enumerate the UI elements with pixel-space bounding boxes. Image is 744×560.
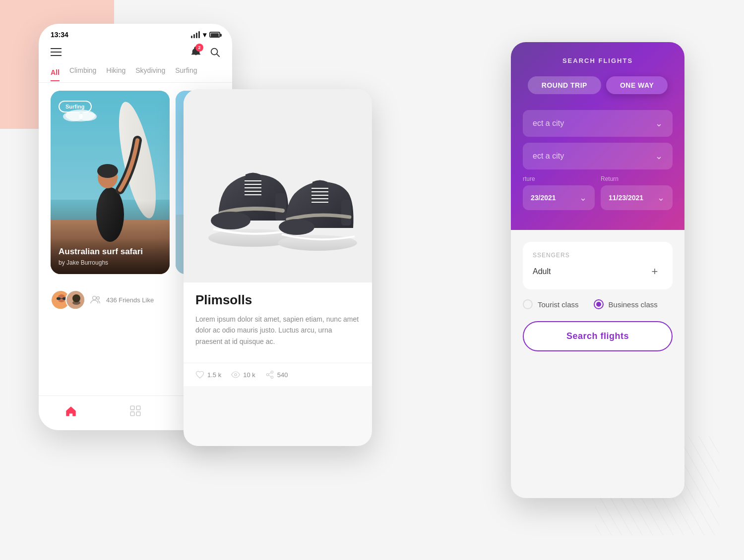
add-passenger-button[interactable]: +: [647, 264, 663, 280]
departure-date-value: 23/2021: [531, 194, 556, 202]
top-nav: 2: [39, 42, 232, 66]
product-details: Plimsolls Lorem ipsum dolor sit amet, sa…: [184, 282, 372, 363]
svg-rect-25: [68, 305, 84, 310]
likes-count: 1.5 k: [207, 371, 221, 379]
return-date-select[interactable]: 11/23/2021 ⌄: [601, 185, 673, 210]
one-way-button[interactable]: ONE WAY: [606, 76, 668, 94]
tourist-class-option[interactable]: Tourist class: [523, 299, 579, 309]
from-city-select[interactable]: ect a city ⌄: [523, 110, 673, 137]
round-trip-button[interactable]: ROUND TRIP: [528, 76, 601, 94]
svg-point-54: [266, 374, 269, 376]
svg-rect-32: [136, 412, 140, 416]
svg-point-27: [93, 296, 96, 300]
surf-card[interactable]: Surfing Australian surf safari by Jake B…: [51, 91, 170, 274]
sneaker-image: [198, 119, 357, 253]
grid-icon: [129, 404, 142, 417]
svg-point-55: [271, 376, 273, 379]
tourist-radio: [523, 299, 533, 309]
svg-rect-30: [136, 406, 140, 410]
business-class-option[interactable]: Business class: [594, 299, 658, 309]
tab-hiking[interactable]: Hiking: [106, 66, 125, 78]
business-radio: [594, 299, 604, 309]
svg-line-3: [217, 54, 219, 56]
nav-home[interactable]: [64, 404, 77, 417]
business-radio-dot: [596, 302, 601, 307]
nav-grid[interactable]: [129, 404, 142, 417]
svg-point-28: [97, 297, 100, 300]
surf-tag: Surfing: [59, 101, 92, 112]
tourist-class-label: Tourist class: [538, 300, 579, 309]
svg-point-14: [79, 112, 97, 121]
svg-point-53: [271, 371, 273, 374]
tab-climbing[interactable]: Climbing: [69, 66, 96, 78]
from-city-text: ect a city: [533, 119, 564, 128]
heart-icon: [195, 370, 204, 379]
status-icons: ▾: [191, 31, 220, 39]
menu-button[interactable]: [51, 48, 62, 56]
departure-chevron-icon: ⌄: [579, 192, 587, 203]
notification-badge: 2: [195, 44, 203, 52]
nav-right-icons: 2: [190, 46, 220, 58]
tab-skydiving[interactable]: Skydiving: [135, 66, 165, 78]
time-display: 13:34: [51, 31, 68, 39]
class-section: Tourist class Business class: [523, 299, 673, 309]
to-chevron-icon: ⌄: [655, 151, 663, 162]
svg-line-56: [268, 375, 271, 377]
from-chevron-icon: ⌄: [655, 118, 663, 129]
to-city-text: ect a city: [533, 152, 564, 161]
product-stats: 1.5 k 10 k 540: [184, 363, 372, 386]
svg-rect-35: [275, 193, 286, 221]
friends-icon: [90, 294, 101, 305]
product-title: Plimsolls: [195, 292, 360, 308]
svg-rect-29: [130, 406, 134, 410]
share-icon: [265, 370, 274, 379]
departure-label: rture: [523, 175, 595, 182]
product-description: Lorem ipsum dolor sit amet, sapien etiam…: [195, 314, 360, 347]
search-icon[interactable]: [209, 47, 220, 57]
phone-ecommerce: Plimsolls Lorem ipsum dolor sit amet, sa…: [184, 89, 372, 446]
passengers-section: ssengers Adult +: [523, 242, 673, 289]
svg-line-57: [268, 373, 271, 374]
shares-stat: 540: [265, 370, 288, 379]
svg-rect-31: [130, 412, 134, 416]
tab-surfing[interactable]: Surfing: [175, 66, 197, 78]
likes-stat: 1.5 k: [195, 370, 221, 379]
trip-type-toggle: ROUND TRIP ONE WAY: [523, 76, 673, 94]
surf-card-info: Australian surf safari by Jake Burroughs: [51, 238, 170, 274]
surf-card-author: by Jake Burroughs: [59, 259, 162, 266]
date-row: rture 23/2021 ⌄ Return 11/23/2021 ⌄: [523, 175, 673, 210]
surf-card-title: Australian surf safari: [59, 246, 162, 257]
passengers-label: ssengers: [533, 252, 663, 259]
avatar-2: [65, 290, 85, 310]
passengers-row: Adult +: [533, 264, 663, 280]
svg-point-51: [279, 219, 314, 235]
to-city-select[interactable]: ect a city ⌄: [523, 143, 673, 169]
shares-count: 540: [277, 371, 288, 379]
flight-header: SEARCH FLIGHTS ROUND TRIP ONE WAY ect a …: [511, 42, 684, 230]
svg-rect-44: [341, 200, 351, 225]
views-count: 10 k: [243, 371, 255, 379]
wifi-icon: ▾: [203, 31, 206, 39]
return-chevron-icon: ⌄: [657, 192, 665, 203]
status-bar: 13:34 ▾: [39, 24, 232, 42]
battery-icon: [209, 32, 220, 38]
tab-all[interactable]: All: [51, 68, 60, 81]
svg-point-52: [235, 374, 237, 376]
flight-body: ssengers Adult + Tourist class Business …: [511, 230, 684, 363]
avatars: [51, 290, 85, 310]
friends-count: 436 Friends Like: [106, 296, 154, 304]
phone-flight: SEARCH FLIGHTS ROUND TRIP ONE WAY ect a …: [511, 42, 684, 498]
search-flights-button[interactable]: Search flights: [523, 321, 673, 351]
svg-point-42: [211, 212, 250, 229]
departure-date-select[interactable]: 23/2021 ⌄: [523, 185, 595, 210]
notification-button[interactable]: 2: [190, 46, 201, 58]
return-label: Return: [601, 175, 673, 182]
product-image-area: [184, 89, 372, 282]
home-icon: [64, 404, 77, 417]
flight-search-title: SEARCH FLIGHTS: [523, 57, 673, 64]
eye-icon: [231, 370, 240, 379]
business-class-label: Business class: [609, 300, 658, 309]
views-stat: 10 k: [231, 370, 255, 379]
svg-rect-20: [57, 297, 61, 300]
return-date-value: 11/23/2021: [609, 194, 643, 202]
